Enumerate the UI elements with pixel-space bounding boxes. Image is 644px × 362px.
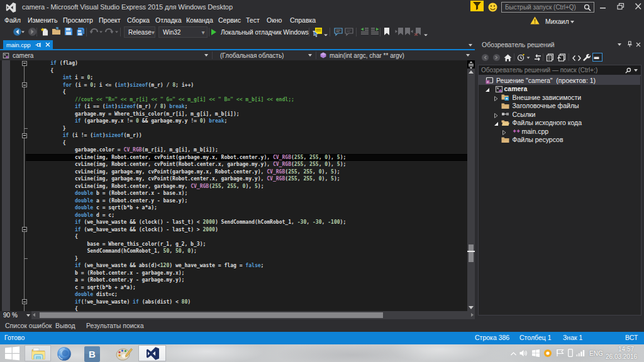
zoom-selector[interactable]: 90 % <box>1 311 31 319</box>
menu-Окно[interactable]: Окно <box>267 16 282 24</box>
redo-icon[interactable] <box>104 27 114 37</box>
vertical-scrollbar[interactable] <box>467 69 475 311</box>
panel-menu-arrow[interactable] <box>618 43 621 46</box>
bottom-tab-Результаты поиска[interactable]: Результаты поиска <box>86 322 144 329</box>
indent-icon[interactable] <box>370 27 380 37</box>
close-button[interactable] <box>634 3 643 10</box>
menu-Команда[interactable]: Команда <box>186 16 213 24</box>
tray-language[interactable]: ENG <box>589 350 603 357</box>
horizontal-scrollbar-thumb[interactable] <box>40 312 383 318</box>
tree-item-Файлы-ресурсов[interactable]: Файлы ресурсов <box>478 136 640 145</box>
tree-item-Файлы-исходного-кода[interactable]: Файлы исходного кода <box>478 119 640 128</box>
pin-icon[interactable] <box>35 42 42 48</box>
menu-Просмотр[interactable]: Просмотр <box>63 16 93 24</box>
tray-date[interactable]: 26.03.2016 <box>606 353 637 360</box>
se-preview-icon[interactable] <box>592 53 602 64</box>
fold-collapse-box[interactable] <box>22 227 27 232</box>
save-icon[interactable] <box>64 27 74 37</box>
restore-button[interactable] <box>616 3 625 10</box>
tree-collapsed-arrow[interactable] <box>494 95 499 100</box>
editor-splitter-grip[interactable] <box>467 60 475 69</box>
menu-Отладка[interactable]: Отладка <box>155 16 182 24</box>
tree-item-camera[interactable]: camera <box>478 85 640 94</box>
start-button[interactable] <box>5 346 19 362</box>
open-file-icon[interactable] <box>52 27 62 37</box>
pin-icon[interactable] <box>627 41 633 48</box>
se-viewcode-icon[interactable] <box>572 53 581 64</box>
undo-icon[interactable] <box>89 27 99 37</box>
taskbar-vk[interactable]: B <box>84 345 100 361</box>
panel-close-icon[interactable] <box>636 42 641 47</box>
start-debug-button[interactable]: Локальный отладчик Windows <box>210 26 316 38</box>
se-properties-icon[interactable] <box>582 53 591 64</box>
tray-volume-icon[interactable] <box>519 349 528 357</box>
se-forward-icon[interactable] <box>492 53 501 64</box>
nav-project-dropdown[interactable]: camera <box>0 50 212 60</box>
tray-network-icon[interactable] <box>576 349 585 356</box>
feedback-filter-button[interactable] <box>470 1 484 11</box>
taskbar-file-explorer[interactable] <box>25 345 51 361</box>
se-sync-icon[interactable] <box>533 53 542 64</box>
next-bookmark-icon[interactable] <box>404 27 414 37</box>
bottom-tab-Список ошибок[interactable]: Список ошибок <box>5 322 52 329</box>
menu-Файл[interactable]: Файл <box>4 16 21 24</box>
tree-expanded-arrow[interactable] <box>494 120 499 125</box>
code-editor[interactable]: if (flag) { int i = 0; for (i = 0; i <= … <box>0 60 475 311</box>
tree-item-Внешние-зависимости[interactable]: Внешние зависимости <box>478 93 640 102</box>
tray-phone-icon[interactable] <box>568 349 573 357</box>
se-home-icon[interactable] <box>504 53 512 64</box>
comment-icon[interactable] <box>334 27 344 37</box>
tree-item-main.cpp[interactable]: main.cpp <box>478 127 640 136</box>
taskbar-visual-studio[interactable] <box>138 345 166 361</box>
tab-main-cpp[interactable]: main.cpp <box>3 40 53 49</box>
tree-collapsed-arrow[interactable] <box>494 112 499 117</box>
new-file-icon[interactable] <box>40 27 50 37</box>
attach-arrow[interactable] <box>323 27 333 37</box>
bookmark-icon[interactable] <box>383 27 393 37</box>
menu-Проект[interactable]: Проект <box>99 16 121 24</box>
save-all-icon[interactable] <box>75 27 86 37</box>
fold-collapse-box[interactable] <box>22 82 27 87</box>
tree-collapsed-arrow[interactable] <box>502 129 507 134</box>
attach-icon[interactable] <box>313 27 323 37</box>
menu-Сборка[interactable]: Сборка <box>127 16 150 24</box>
account-dropdown-arrow[interactable] <box>570 21 574 23</box>
fold-collapse-box[interactable] <box>22 61 27 66</box>
se-pending-icon[interactable] <box>517 53 526 64</box>
quick-launch-search[interactable]: Быстрый запуск (Ctrl+Q) <box>501 2 594 13</box>
nav-scope-dropdown[interactable]: (Глобальная область) <box>213 50 316 60</box>
tree-item-Ссылки[interactable]: Ссылки <box>478 110 640 119</box>
taskbar-browser[interactable] <box>57 345 72 361</box>
solution-explorer-header[interactable]: Обозреватель решений <box>478 39 644 50</box>
taskbar-paint[interactable] <box>116 345 133 361</box>
tree-expanded-arrow[interactable] <box>485 86 490 91</box>
feedback-smiley-button[interactable] <box>488 3 497 12</box>
redo-arrow[interactable] <box>114 27 125 37</box>
vertical-scrollbar-thumb[interactable] <box>469 244 474 262</box>
tree-item-Заголовочные-файлы[interactable]: Заголовочные файлы <box>478 102 640 111</box>
account-name[interactable]: Михаил <box>545 18 569 25</box>
tab-close-icon[interactable] <box>45 42 50 47</box>
solution-explorer-search[interactable]: Обозреватель решений — поиск (Ctrl+;) <box>478 65 641 75</box>
tray-action-center-icon[interactable] <box>556 349 564 357</box>
warning-icon[interactable] <box>530 16 540 25</box>
se-back-icon[interactable] <box>481 53 489 64</box>
tray-defender-icon[interactable] <box>532 349 540 357</box>
prev-bookmark-icon[interactable] <box>395 27 405 37</box>
outdent-icon[interactable] <box>360 27 370 37</box>
se-pending-arrow[interactable] <box>526 53 531 64</box>
tab-list-arrow[interactable] <box>469 44 472 47</box>
platform-combo[interactable]: Win32▾ <box>158 26 208 38</box>
se-collapse-icon[interactable] <box>557 53 566 64</box>
tray-time[interactable]: 14:57 <box>618 346 634 353</box>
nav-member-dropdown[interactable]: main(int argc, char ** argv) <box>316 50 475 60</box>
tray-app-orange-icon[interactable] <box>543 349 552 358</box>
bookmark-arrow[interactable] <box>423 27 433 37</box>
configuration-combo[interactable]: Release▾ <box>124 26 155 38</box>
menu-Изменить[interactable]: Изменить <box>28 16 57 24</box>
bottom-tab-Вывод[interactable]: Вывод <box>55 322 75 329</box>
fold-collapse-box[interactable] <box>22 133 27 138</box>
menu-Справка[interactable]: Справка <box>290 16 316 24</box>
tree-item-Решение-camera-проектов-1-[interactable]: oРешение "camera" (проектов: 1) <box>478 76 640 85</box>
uncomment-icon[interactable] <box>345 27 355 37</box>
